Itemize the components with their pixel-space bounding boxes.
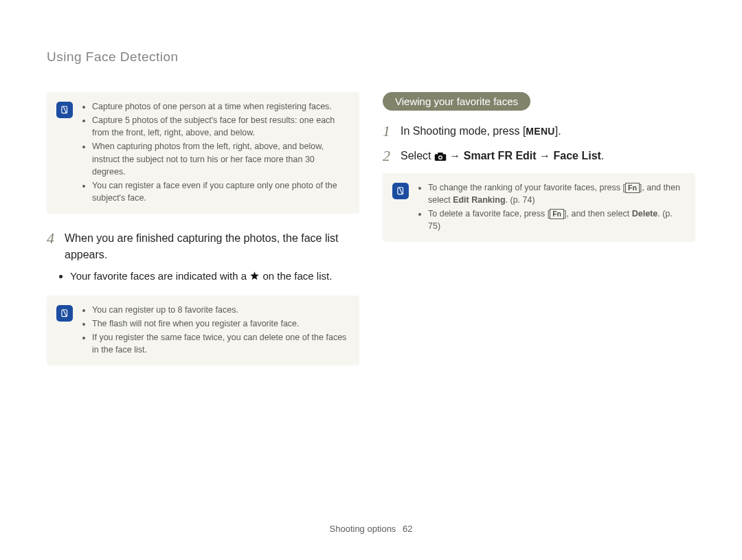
smart-fr-edit-label: Smart FR Edit (464, 150, 537, 161)
step-text: In Shooting mode, press [MENU]. (401, 122, 561, 141)
section-title: Using Face Detection (47, 49, 695, 65)
note-list-1: Capture photos of one person at a time w… (81, 100, 350, 205)
note2-item: The flash will not fire when you registe… (92, 317, 350, 330)
right-column: Viewing your favorite faces 1 In Shootin… (383, 92, 695, 381)
star-icon (249, 270, 260, 286)
step-2: 2 Select → Smart FR Edit → Face List. (383, 146, 695, 166)
note-icon (56, 305, 73, 322)
note1-item: Capture 5 photos of the subject's face f… (92, 114, 350, 139)
note1-item: Capture photos of one person at a time w… (92, 100, 350, 113)
subsection-pill: Viewing your favorite faces (383, 92, 530, 111)
face-list-label: Face List (554, 150, 601, 161)
step-number: 2 (383, 146, 394, 166)
page-number: 62 (403, 524, 412, 534)
note1-item: You can register a face even if you capt… (92, 179, 350, 204)
note-list-right: To change the ranking of your favorite f… (417, 181, 686, 234)
note2-item: If you register the same face twice, you… (92, 331, 350, 356)
step4-substep: Your favorite faces are indicated with a… (47, 269, 359, 286)
svg-rect-3 (438, 153, 443, 155)
fn-button-label: Fn (625, 183, 640, 193)
step-text: When you are finished capturing the phot… (65, 229, 359, 263)
note-box-2: You can register up to 8 favorite faces.… (47, 295, 359, 366)
note1-item: When capturing photos from the left, rig… (92, 140, 350, 177)
step-text: Select → Smart FR Edit → Face List. (401, 146, 604, 166)
menu-button-label: MENU (526, 126, 554, 137)
favorite-indicator-note: Your favorite faces are indicated with a… (70, 269, 359, 286)
camera-icon (434, 150, 447, 166)
note-list-2: You can register up to 8 favorite faces.… (81, 304, 350, 358)
note-icon (392, 183, 409, 199)
step-number: 1 (383, 122, 394, 141)
note2-item: You can register up to 8 favorite faces. (92, 304, 350, 316)
step-1: 1 In Shooting mode, press [MENU]. (383, 122, 695, 141)
left-column: Capture photos of one person at a time w… (47, 92, 359, 381)
edit-ranking-label: Edit Ranking (453, 195, 505, 205)
delete-label: Delete (632, 209, 658, 219)
page-footer: Shooting options 62 (0, 524, 742, 534)
note-box-right: To change the ranking of your favorite f… (383, 173, 695, 243)
footer-section-label: Shooting options (330, 524, 396, 534)
note-right-item: To delete a favorite face, press [Fn], a… (428, 208, 686, 232)
step-4: 4 When you are finished capturing the ph… (47, 229, 359, 263)
step-number: 4 (47, 229, 58, 263)
note-icon (56, 102, 73, 118)
note-right-item: To change the ranking of your favorite f… (428, 181, 686, 206)
fn-button-label: Fn (550, 209, 564, 219)
note-box-1: Capture photos of one person at a time w… (47, 92, 359, 214)
svg-point-5 (439, 156, 441, 158)
